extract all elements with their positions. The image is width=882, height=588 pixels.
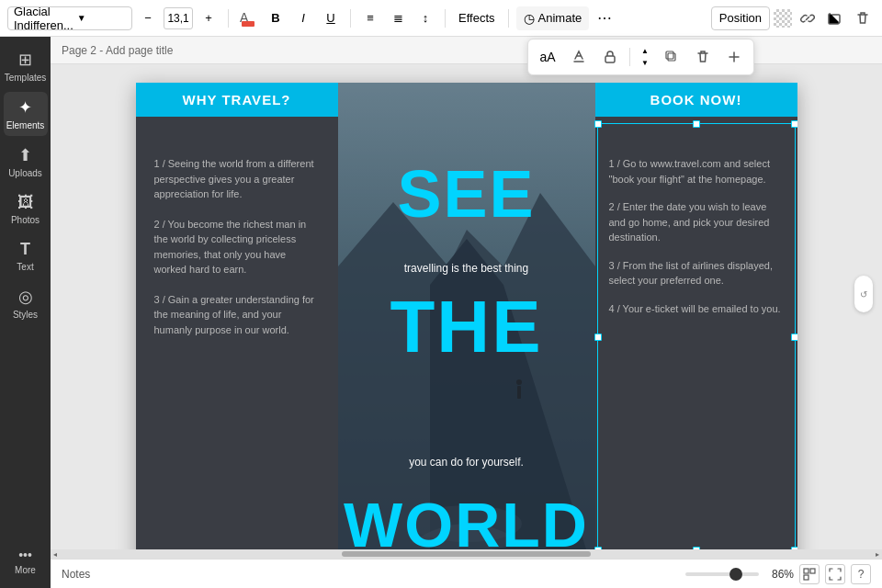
- trash-icon: [855, 11, 870, 26]
- animate-icon: ◷: [524, 11, 535, 26]
- left-header-text: WHY TRAVEL?: [147, 92, 327, 107]
- copy-icon: [828, 11, 842, 26]
- handle-top-left[interactable]: [594, 120, 602, 128]
- handle-top-right[interactable]: [791, 120, 797, 128]
- effects-button[interactable]: Effects: [453, 9, 501, 27]
- document-grid: 1 / Seeing the world from a different pe…: [136, 83, 797, 549]
- italic-button[interactable]: I: [291, 6, 315, 30]
- font-size-input[interactable]: [164, 7, 193, 29]
- bottom-bar: Notes 86%: [51, 559, 882, 588]
- svg-rect-11: [810, 569, 815, 573]
- right-column[interactable]: 1 / Go to www.travel.com and select "boo…: [595, 83, 797, 549]
- copy-button[interactable]: [823, 6, 847, 30]
- style-icon: [571, 50, 586, 64]
- left-header-bar: WHY TRAVEL?: [136, 83, 338, 117]
- animate-button[interactable]: ◷ Animate: [516, 6, 590, 30]
- more-options-button[interactable]: ⋯: [593, 6, 616, 30]
- help-button[interactable]: ?: [851, 564, 871, 584]
- horizontal-scrollbar[interactable]: ◂ ▸: [51, 549, 882, 559]
- sidebar-item-templates[interactable]: ⊞ Templates: [4, 44, 48, 88]
- handle-mid-right[interactable]: [791, 334, 797, 341]
- notes-label[interactable]: Notes: [62, 568, 90, 581]
- left-text-2: 2 / You become the richest man in the wo…: [154, 217, 320, 277]
- left-column: 1 / Seeing the world from a different pe…: [136, 83, 338, 549]
- fullscreen-icon: [829, 568, 842, 581]
- list-button[interactable]: ≣: [386, 6, 410, 30]
- text-color-button[interactable]: A: [236, 6, 260, 30]
- scroll-left-arrow[interactable]: ◂: [51, 549, 60, 559]
- popup-add-button[interactable]: [720, 43, 748, 71]
- fit-page-button[interactable]: [799, 564, 820, 584]
- svg-rect-1: [605, 56, 615, 62]
- left-text-3: 3 / Gain a greater understanding for the…: [154, 292, 320, 338]
- sidebar-label-photos: Photos: [11, 215, 40, 225]
- handle-top-mid[interactable]: [693, 120, 700, 128]
- popup-arrows: ▲ ▼: [636, 46, 654, 69]
- align-button[interactable]: ≡: [358, 6, 382, 30]
- right-text-3: 3 / From the list of airlines displayed,…: [609, 258, 784, 288]
- svg-rect-3: [666, 51, 673, 59]
- middle-tagline1: travelling is the best thing: [338, 262, 595, 275]
- zoom-slider[interactable]: [685, 572, 759, 576]
- divider-3: [445, 9, 446, 28]
- sidebar-label-more: More: [15, 565, 36, 575]
- right-text-4: 4 / Your e-ticket will be emailed to you…: [609, 301, 784, 317]
- sidebar-item-text[interactable]: T Text: [4, 234, 48, 277]
- popup-trash-icon: [695, 50, 710, 64]
- sidebar: ⊞ Templates ✦ Elements ⬆ Uploads 🖼 Photo…: [0, 37, 51, 588]
- sidebar-label-templates: Templates: [5, 73, 47, 83]
- styles-icon: ◎: [18, 287, 33, 307]
- sidebar-label-styles: Styles: [13, 310, 38, 320]
- underline-button[interactable]: U: [319, 6, 343, 30]
- sidebar-item-photos[interactable]: 🖼 Photos: [4, 187, 48, 231]
- main-toolbar: Glacial Indifferen... ▼ − + A B I U ≡ ≣ …: [0, 0, 882, 37]
- middle-column: SEE travelling is the best thing THE you…: [338, 83, 595, 549]
- sidebar-label-uploads: Uploads: [8, 168, 42, 178]
- fullscreen-button[interactable]: [825, 564, 845, 584]
- font-size-increase-button[interactable]: +: [197, 6, 220, 30]
- templates-icon: ⊞: [18, 50, 32, 70]
- popup-down-arrow[interactable]: ▼: [636, 58, 654, 69]
- uploads-icon: ⬆: [18, 145, 32, 165]
- more-icon: •••: [18, 548, 32, 562]
- popup-style-button[interactable]: [565, 43, 593, 71]
- right-panel-handle[interactable]: ↺: [854, 276, 873, 312]
- text-icon: T: [20, 240, 30, 259]
- popup-lock-button[interactable]: [596, 43, 624, 71]
- link-button[interactable]: [796, 6, 820, 30]
- bold-button[interactable]: B: [264, 6, 288, 30]
- handle-mid-left[interactable]: [594, 334, 602, 341]
- document-canvas[interactable]: WHY TRAVEL? BOOK NOW! 1 / Seeing the wor…: [136, 83, 797, 549]
- elements-icon: ✦: [18, 97, 32, 118]
- handle-icon: ↺: [860, 289, 867, 300]
- position-button[interactable]: Position: [711, 6, 770, 30]
- sidebar-item-styles[interactable]: ◎ Styles: [4, 281, 48, 325]
- breadcrumb: Page 2 - Add page title: [51, 37, 882, 64]
- spacing-button[interactable]: ↕: [413, 6, 437, 30]
- right-text-2: 2 / Enter the date you wish to leave and…: [609, 199, 784, 245]
- sidebar-item-uploads[interactable]: ⬆ Uploads: [4, 140, 48, 184]
- main-area: ⊞ Templates ✦ Elements ⬆ Uploads 🖼 Photo…: [0, 37, 882, 588]
- popup-up-arrow[interactable]: ▲: [636, 46, 654, 57]
- zoom-thumb[interactable]: [729, 568, 742, 581]
- scroll-right-arrow[interactable]: ▸: [873, 549, 882, 559]
- popup-copy-icon: [664, 50, 679, 64]
- sidebar-item-elements[interactable]: ✦ Elements: [4, 92, 48, 136]
- delete-button[interactable]: [851, 6, 875, 30]
- toolbar-right: Position: [711, 6, 875, 30]
- divider-2: [350, 9, 351, 28]
- popup-delete-button[interactable]: [689, 43, 717, 71]
- svg-rect-2: [668, 53, 675, 61]
- sidebar-item-more[interactable]: ••• More: [4, 542, 48, 581]
- popup-font-size-button[interactable]: aA: [534, 43, 561, 71]
- svg-rect-12: [804, 575, 808, 580]
- chevron-down-icon: ▼: [77, 13, 126, 23]
- floating-toolbar: aA ▲ ▼: [527, 39, 754, 75]
- font-name-selector[interactable]: Glacial Indifferen... ▼: [7, 6, 132, 30]
- popup-copy-button[interactable]: [658, 43, 685, 71]
- canvas-scroll[interactable]: WHY TRAVEL? BOOK NOW! 1 / Seeing the wor…: [51, 64, 882, 549]
- zoom-value: 86%: [764, 568, 794, 581]
- transparency-button[interactable]: [774, 9, 792, 28]
- font-size-decrease-button[interactable]: −: [136, 6, 160, 30]
- scroll-thumb[interactable]: [342, 551, 592, 557]
